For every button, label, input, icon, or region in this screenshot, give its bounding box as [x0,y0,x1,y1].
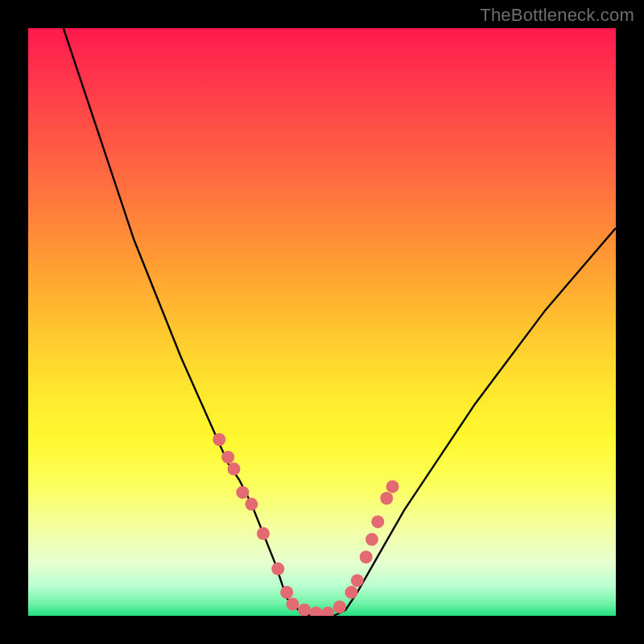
highlight-dot [257,527,270,540]
highlight-dot [245,497,258,510]
highlight-dot [333,601,346,613]
highlight-dot [310,606,323,616]
chart-frame: TheBottleneck.com [0,0,644,644]
highlight-dot [380,492,393,505]
highlight-dot [236,486,249,499]
highlight-dot [371,515,384,528]
highlight-dot [386,480,399,493]
watermark-text: TheBottleneck.com [480,5,634,26]
highlight-dot [287,597,299,610]
highlight-dot [271,563,284,576]
highlight-dot [365,533,378,546]
highlight-dot [360,551,373,564]
chart-plot-area [28,28,616,616]
chart-svg [28,28,616,616]
highlight-dot [298,604,311,616]
highlight-dot [351,574,364,587]
highlight-dot [221,451,234,464]
highlight-dot [321,606,334,616]
highlight-dot [213,433,225,446]
highlight-dot [280,586,293,599]
bottleneck-curve [64,28,616,616]
highlight-dots [213,433,398,616]
highlight-dot [228,463,241,476]
highlight-dot [345,586,358,599]
